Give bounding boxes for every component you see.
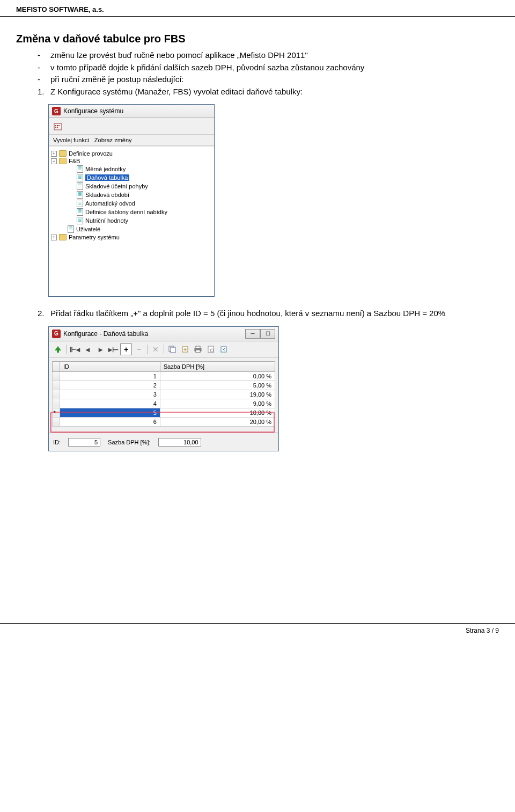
maximize-button[interactable]: ☐ — [260, 329, 275, 339]
app-icon: G — [52, 330, 61, 338]
cell-id[interactable]: 4 — [60, 399, 160, 408]
folder-icon — [59, 158, 67, 164]
tree-node-danova-tabulka[interactable]: Daňová tabulka — [51, 173, 212, 182]
file-icon — [68, 225, 74, 233]
add-record-button[interactable]: + — [120, 343, 132, 355]
first-record-icon[interactable]: ⊩◂ — [69, 343, 80, 355]
table-row[interactable]: 4 9,00 % — [53, 399, 275, 408]
prev-record-icon[interactable]: ◂ — [82, 343, 93, 355]
sazba-input[interactable] — [158, 438, 201, 447]
tree-node-automaticky-odvod[interactable]: Automatický odvod — [51, 199, 212, 208]
tree-node-fnb[interactable]: − F&B — [51, 157, 212, 165]
tree-node-skladove-pohyby[interactable]: Skladové účetní pohyby — [51, 182, 212, 191]
cell-rate[interactable]: 10,00 % — [160, 408, 275, 417]
cell-id[interactable]: 5 — [60, 408, 160, 417]
menubar: Vyvolej funkci Zobraz změny — [49, 135, 214, 146]
preview-icon[interactable] — [205, 343, 217, 355]
window1-toolbar — [49, 118, 214, 135]
refresh-icon[interactable] — [218, 343, 230, 355]
expand-icon[interactable]: + — [51, 235, 57, 240]
table-row[interactable]: 6 20,00 % — [53, 417, 275, 426]
table-row[interactable]: 2 5,00 % — [53, 381, 275, 390]
collapse-icon[interactable]: − — [51, 158, 57, 164]
expand-icon[interactable]: + — [51, 151, 57, 157]
print-icon[interactable] — [192, 343, 204, 355]
table-row-selected[interactable]: 5 10,00 % — [53, 408, 275, 417]
sazba-label: Sazba DPH [%]: — [108, 439, 150, 445]
titlebar[interactable]: G Konfigurace systému — [49, 105, 214, 118]
copy-icon[interactable] — [166, 343, 178, 355]
steps-list-2: 2. Přidat řádku tlačítkem „+" a doplnit … — [16, 308, 499, 320]
header-text: MEFISTO SOFTWARE, a.s. — [16, 5, 104, 13]
steps-list: 1. Z Konfigurace systému (Manažer, FBS) … — [16, 86, 499, 98]
tree-label: F&B — [69, 158, 80, 164]
svg-rect-11 — [196, 350, 200, 353]
last-record-icon[interactable]: ▸⊢ — [107, 343, 119, 355]
id-input[interactable] — [68, 438, 100, 447]
cell-id[interactable]: 2 — [60, 381, 160, 390]
step-2: 2. Přidat řádku tlačítkem „+" a doplnit … — [38, 308, 499, 320]
svg-rect-7 — [171, 347, 175, 353]
row-indicator[interactable] — [53, 390, 60, 399]
tree-node-skladova-obdobi[interactable]: Skladová období — [51, 191, 212, 199]
row-indicator[interactable] — [53, 371, 60, 381]
window-title: Konfigurace systému — [63, 107, 123, 115]
row-indicator[interactable] — [53, 381, 60, 390]
file-icon — [77, 200, 83, 207]
table-row[interactable]: 3 19,00 % — [53, 390, 275, 399]
cell-rate[interactable]: 9,00 % — [160, 399, 275, 408]
column-header-sazba[interactable]: Sazba DPH [%] — [160, 361, 275, 371]
menu-vyvolej-funkci[interactable]: Vyvolej funkci — [53, 137, 89, 143]
bullet-item: v tomto případě dojde k přidání dalších … — [38, 62, 499, 74]
column-header-id[interactable]: ID — [60, 361, 160, 371]
titlebar[interactable]: G Konfigurace - Daňová tabulka ─ ☐ — [49, 327, 278, 341]
bullet-item: změnu lze provést buď ručně nebo pomocí … — [38, 49, 499, 62]
tree-node-definice-provozu[interactable]: + Definice provozu — [51, 150, 212, 157]
intro-bullets: změnu lze provést buď ručně nebo pomocí … — [16, 49, 499, 86]
apply-icon[interactable] — [52, 343, 64, 355]
tax-rate-grid[interactable]: ID Sazba DPH [%] 1 0,00 % 2 — [52, 361, 275, 427]
row-indicator[interactable] — [53, 417, 60, 426]
page-header: MEFISTO SOFTWARE, a.s. — [0, 0, 515, 17]
tree-node-merne-jednotky[interactable]: Měrné jednotky — [51, 165, 212, 173]
svg-rect-9 — [196, 346, 200, 348]
file-icon — [77, 208, 83, 216]
menu-zobraz-zmeny[interactable]: Zobraz změny — [94, 137, 132, 143]
delete-record-button[interactable]: − — [133, 343, 145, 355]
row-indicator[interactable] — [53, 399, 60, 408]
cell-rate[interactable]: 0,00 % — [160, 371, 275, 381]
step-text: Z Konfigurace systému (Manažer, FBS) vyv… — [50, 87, 303, 96]
separator — [147, 345, 148, 354]
tree-label: Definice šablony denní nabídky — [85, 209, 167, 215]
folder-icon — [59, 150, 67, 157]
file-icon — [77, 182, 83, 190]
file-icon — [77, 217, 83, 224]
edit-form-row: ID: Sazba DPH [%]: — [49, 432, 278, 451]
svg-rect-1 — [55, 125, 56, 126]
id-label: ID: — [53, 439, 61, 445]
cell-id[interactable]: 3 — [60, 390, 160, 399]
tree-panel: + Definice provozu − F&B Měrné jednotky … — [49, 146, 214, 296]
page-number: Strana 3 / 9 — [466, 627, 499, 634]
row-selector-header — [53, 361, 60, 371]
separator — [164, 345, 164, 354]
tree-node-parametry-systemu[interactable]: + Parametry systému — [51, 233, 212, 241]
table-row[interactable]: 1 0,00 % — [53, 371, 275, 381]
minimize-button[interactable]: ─ — [245, 329, 260, 339]
next-record-icon[interactable]: ▸ — [94, 343, 106, 355]
row-indicator-active[interactable] — [53, 408, 60, 417]
tree-node-nutricni-hodnoty[interactable]: Nutriční hodnoty — [51, 216, 212, 225]
cell-rate[interactable]: 19,00 % — [160, 390, 275, 399]
cell-id[interactable]: 6 — [60, 417, 160, 426]
svg-rect-3 — [58, 125, 60, 126]
tree-label: Definice provozu — [69, 150, 113, 157]
calendar-icon[interactable] — [52, 120, 64, 132]
tree-node-uzivatele[interactable]: Uživatelé — [51, 225, 212, 233]
cell-id[interactable]: 1 — [60, 371, 160, 381]
tree-label: Parametry systému — [69, 234, 120, 240]
cell-rate[interactable]: 5,00 % — [160, 381, 275, 390]
cancel-icon[interactable]: ✕ — [150, 343, 161, 355]
export-icon[interactable] — [179, 343, 191, 355]
cell-rate[interactable]: 20,00 % — [160, 417, 275, 426]
tree-node-definice-sablony[interactable]: Definice šablony denní nabídky — [51, 208, 212, 216]
